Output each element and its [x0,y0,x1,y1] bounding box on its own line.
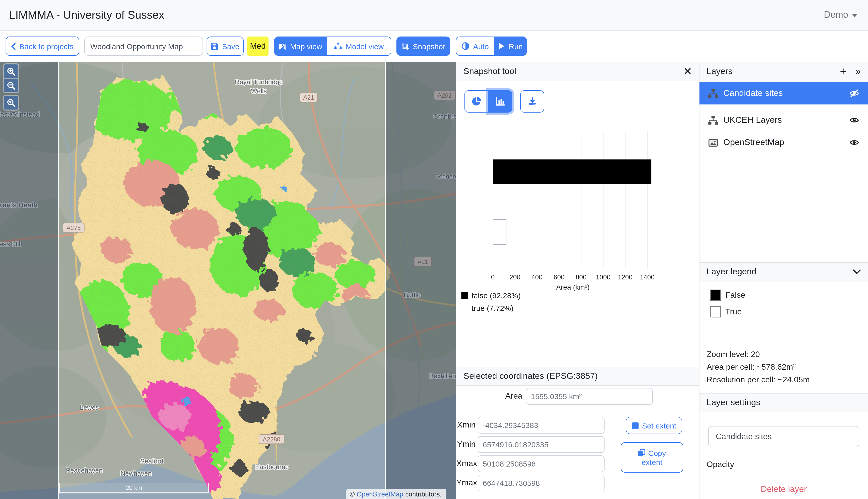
diagram-layer-icon [708,88,718,98]
auto-label: Auto [473,42,489,50]
layer-legend-title: Layer legend [706,267,757,277]
resolution-per-cell-info: Resolution per cell: ~24.05m [706,375,810,385]
map-view-label: Map view [290,42,322,50]
run-button[interactable]: Run [495,37,527,56]
layer-select[interactable]: Candidate sites [708,426,859,447]
coords-section-header: Selected coordinates (EPSG:3857) [456,367,699,386]
osm-attribution-link[interactable]: OpenStreetMap [357,490,403,498]
layer-item-candidate-sites[interactable]: Candidate sites [700,82,868,105]
chevron-down-icon [852,14,858,17]
xmin-field[interactable]: -4034.29345383 [478,417,605,434]
eye-icon[interactable] [849,115,859,125]
bar-chart-tool-button[interactable] [488,90,512,112]
ymin-label: Ymin [456,440,476,449]
legend-false-swatch [710,290,721,301]
layer-legend-entry-false: False [710,290,745,301]
map-place-label: Eastbourne [255,463,289,471]
save-icon [211,42,218,50]
map-image: East GrinsteadRoyal TunbridgeWellsCranbr… [0,62,456,499]
layers-header: Layers + » [700,62,868,81]
snapshot-label: Snapshot [413,42,445,50]
pie-chart-tool-button[interactable] [464,90,488,112]
eye-off-icon[interactable] [849,89,859,98]
svg-text:Area (km²): Area (km²) [556,283,590,291]
legend-true-swatch [710,306,721,317]
map-place-label: Lewes [80,404,99,411]
eye-icon[interactable] [849,138,859,147]
toggle-icon [461,42,469,50]
road-shield-label: A275 [67,224,81,231]
app-title: LIMMMA - University of Sussex [9,9,164,22]
extent-selection-left-border [58,62,59,499]
user-menu[interactable]: Demo [824,10,858,20]
set-extent-button[interactable]: Set extent [626,417,682,434]
map-canvas[interactable]: East GrinsteadRoyal TunbridgeWellsCranbr… [0,62,456,499]
snapshot-bar-chart: 0200400600800100012001400Area (km²) [456,123,699,295]
legend-swatch-false [461,292,468,299]
save-button[interactable]: Save [206,37,243,56]
snapshot-panel-header: Snapshot tool ✕ [456,62,699,81]
bar-chart-icon [495,96,505,107]
chart-legend-item-true: true (7.72%) [461,303,521,313]
svg-text:1200: 1200 [618,273,632,281]
delete-layer-button[interactable]: Delete layer [700,484,868,495]
extent-selection-right-border [385,62,386,499]
image-layer-icon [708,138,718,147]
coords-section-title: Selected coordinates (EPSG:3857) [463,371,598,381]
collapse-sidebar-icon[interactable]: » [856,66,861,76]
chart-legend-item-false: false (92.28%) [461,290,521,301]
map-place-label: Seaford [140,458,163,465]
play-icon [498,42,505,50]
map-pin-icon [278,42,287,50]
zoom-in-button[interactable] [4,64,18,78]
road-shield-label: A21 [303,94,314,101]
back-to-projects-button[interactable]: Back to projects [5,37,79,56]
back-to-projects-label: Back to projects [19,42,73,50]
copy-extent-button[interactable]: Copy extent [621,442,683,473]
svg-text:400: 400 [532,273,543,281]
layer-select-value: Candidate sites [716,432,772,441]
diagram-layer-icon [708,115,718,125]
legend-swatch-true [461,305,468,312]
close-icon[interactable]: ✕ [684,65,692,77]
svg-text:1400: 1400 [640,273,655,281]
map-place-label: Royal Tunbridge [235,78,283,86]
filled-square-icon [632,422,638,429]
layer-settings-title: Layer settings [706,398,760,408]
zoom-to-extent-button[interactable] [4,96,18,110]
layer-item-ukceh-layers[interactable]: UKCEH Layers [700,109,868,131]
area-field[interactable]: 1555.0355 km² [526,388,653,405]
snapshot-frame-icon [402,42,409,50]
snapshot-button[interactable]: Snapshot [396,37,450,56]
layers-title: Layers [706,66,840,76]
zoom-control-group [3,63,19,93]
model-view-button[interactable]: Model view [326,37,391,56]
add-layer-icon[interactable]: + [840,66,846,76]
xmax-label: Xmax [456,459,476,468]
svg-text:800: 800 [575,273,586,281]
ymin-field[interactable]: 6574916.01820335 [478,436,605,453]
xmin-label: Xmin [456,421,476,429]
layer-label: UKCEH Layers [723,115,844,125]
svg-text:0: 0 [491,273,495,281]
svg-text:600: 600 [554,273,564,281]
layer-legend-entry-true: True [710,306,742,317]
scale-bar-label: 20 km [126,484,142,491]
ymax-field[interactable]: 6647418.730598 [478,475,605,491]
project-name-input[interactable] [84,37,203,56]
xmax-field[interactable]: 50108.2508596 [478,455,605,472]
snapshot-panel-title: Snapshot tool [463,66,516,76]
map-place-label: Newhaven [121,470,152,477]
layer-legend-header[interactable]: Layer legend [700,262,868,281]
download-tool-button[interactable] [520,90,544,112]
pie-chart-icon [471,96,481,107]
opacity-label: Opacity [706,460,734,469]
chart-legend: false (92.28%) true (7.72%) [461,290,521,313]
map-view-button[interactable]: Map view [274,37,326,56]
map-place-label: Peacehaven [66,466,103,474]
auto-toggle-button[interactable]: Auto [456,37,495,56]
layer-item-openstreetmap[interactable]: OpenStreetMap [700,131,868,154]
svg-text:200: 200 [509,273,520,281]
zoom-out-button[interactable] [4,78,18,92]
layer-label: Candidate sites [723,88,844,98]
